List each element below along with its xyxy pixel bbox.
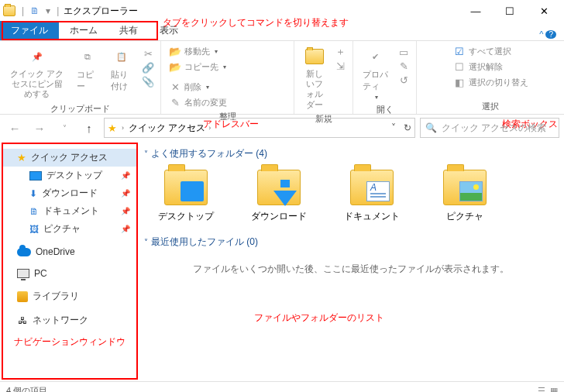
section-recent[interactable]: ˅最近使用したファイル (0) [144,236,558,249]
nav-downloads[interactable]: ⬇ダウンロード📌 [3,184,136,202]
select-none-button[interactable]: ☐選択解除 [452,60,530,74]
window-title: エクスプローラー [64,5,138,18]
copyto-icon: 📂 [169,60,181,73]
paste-icon: 📋 [111,46,132,67]
desktop-icon [29,171,42,181]
nav-pictures[interactable]: 🖼ピクチャ📌 [3,220,136,238]
tab-home[interactable]: ホーム [59,21,108,40]
paste-button[interactable]: 📋 貼り付け [108,44,136,94]
rename-icon: ✎ [169,96,181,108]
minimize-button[interactable]: — [459,0,493,22]
chevron-down-icon: ˅ [144,238,148,246]
view-large-icon[interactable]: ▦ [550,386,558,392]
edit-icon[interactable]: ✎ [397,60,410,72]
tab-view[interactable]: 表示 [149,21,189,40]
nav-recent-button[interactable]: ˅ [54,118,74,138]
tab-share[interactable]: 共有 [108,21,149,40]
group-label-open: 開く [377,102,394,115]
refresh-icon[interactable]: ↻ [404,122,411,133]
delete-button[interactable]: ✕削除▾ [167,80,229,94]
nav-pc[interactable]: PC [3,266,136,281]
new-folder-icon [304,46,325,67]
properties-button[interactable]: ✔ プロパティ▾ [359,44,391,102]
content-area: ˅よく使用するフォルダー (4) デスクトップ ダウンロード ドキュメント ピク… [138,141,564,381]
nav-libraries[interactable]: ライブラリ [3,287,136,305]
app-icon [3,5,15,16]
cut-icon[interactable]: ✂ [142,47,154,60]
navigation-pane: ★クイック アクセス デスクトップ📌 ⬇ダウンロード📌 🗎ドキュメント📌 🖼ピク… [2,143,138,380]
close-button[interactable]: ✕ [527,0,561,22]
status-count: 4 個の項目 [6,385,47,392]
empty-message: ファイルをいくつか開いた後、ここに最近使ったファイルが表示されます。 [144,255,558,284]
picture-icon: 🖼 [29,224,39,235]
quickaccess-icon: ★ [108,122,117,134]
history-icon[interactable]: ↺ [397,74,410,86]
open-icon[interactable]: ▭ [397,46,410,58]
easy-access-icon[interactable]: ⇲ [335,60,347,72]
onedrive-icon [17,248,31,256]
nav-desktop[interactable]: デスクトップ📌 [3,167,136,184]
new-item-icon[interactable]: ＋ [335,46,347,58]
moveto-icon: 📂 [169,45,181,57]
nav-forward-button[interactable]: → [29,118,50,138]
nav-back-button[interactable]: ← [5,118,25,138]
select-invert-icon: ◧ [453,76,466,88]
star-icon: ★ [17,152,26,163]
folder-pictures[interactable]: ピクチャ [434,170,496,223]
copypath-icon[interactable]: 🔗 [142,61,154,74]
nav-documents[interactable]: 🗎ドキュメント📌 [3,202,136,220]
maximize-button[interactable]: ☐ [493,0,527,22]
view-details-icon[interactable]: ☰ [538,386,545,392]
copy-icon: ⧉ [77,46,98,67]
library-icon [17,291,28,302]
network-icon: 🖧 [17,315,28,326]
section-frequent[interactable]: ˅よく使用するフォルダー (4) [144,147,558,160]
select-all-icon: ☑ [453,45,466,57]
download-icon: ⬇ [29,188,37,199]
select-none-icon: ☐ [453,60,466,73]
ribbon-tabs: ファイル ホーム 共有 表示 ㅤ^ ? [0,22,564,41]
document-icon: 🗎 [29,206,39,217]
tab-file[interactable]: ファイル [0,21,59,40]
rename-button[interactable]: ✎名前の変更 [167,95,229,109]
paste-shortcut-icon[interactable]: 📎 [142,75,154,88]
address-row: ← → ˅ ↑ ★ › クイック アクセス › ˅ ↻ 🔍 クイック アクセスの… [0,115,564,141]
group-label-clipboard: クリップボード [50,101,110,115]
search-icon: 🔍 [425,122,437,133]
nav-network[interactable]: 🖧ネットワーク [3,311,136,329]
nav-quick-access[interactable]: ★クイック アクセス [3,149,136,167]
search-input[interactable]: 🔍 クイック アクセスの検索 [420,118,559,138]
annotation-navpane: ナビゲーションウィンドウ [3,329,136,349]
folder-desktop[interactable]: デスクトップ [155,170,217,223]
pin-icon: 📌 [26,46,48,67]
delete-icon: ✕ [169,81,181,93]
group-label-select: 選択 [482,99,499,112]
copy-button[interactable]: ⧉ コピー [74,44,101,94]
chevron-down-icon: ˅ [144,150,148,158]
nav-onedrive[interactable]: OneDrive [3,244,136,260]
breadcrumb[interactable]: クイック アクセス › [129,122,211,135]
titlebar: | 🗎 ▾ | エクスプローラー — ☐ ✕ [0,0,564,22]
ribbon-collapse[interactable]: ㅤ^ ? [531,29,564,40]
addr-dropdown-icon[interactable]: ˅ [391,122,396,133]
properties-icon: ✔ [365,46,387,67]
moveto-button[interactable]: 📂移動先▾ [167,44,228,58]
new-window-icon[interactable]: 🗎 [30,5,40,16]
folder-documents[interactable]: ドキュメント [341,170,403,223]
new-folder-button[interactable]: 新しいフォルダー [301,44,328,112]
ribbon: 📌 クイック アクセスにピン留めする ⧉ コピー 📋 貼り付け ✂ 🔗 📎 クリ… [0,41,564,115]
annotation-filelist: ファイルやフォルダーのリスト [254,311,384,325]
address-bar[interactable]: ★ › クイック アクセス › ˅ ↻ [104,118,415,138]
folder-downloads[interactable]: ダウンロード [248,170,310,223]
select-invert-button[interactable]: ◧選択の切り替え [452,75,530,89]
nav-up-button[interactable]: ↑ [79,118,99,138]
select-all-button[interactable]: ☑すべて選択 [452,44,530,58]
pin-to-quickaccess-button[interactable]: 📌 クイック アクセスにピン留めする [6,44,67,101]
status-bar: 4 個の項目 ☰ ▦ [0,381,564,392]
copyto-button[interactable]: 📂コピー先▾ [167,60,228,74]
pc-icon [17,269,29,278]
